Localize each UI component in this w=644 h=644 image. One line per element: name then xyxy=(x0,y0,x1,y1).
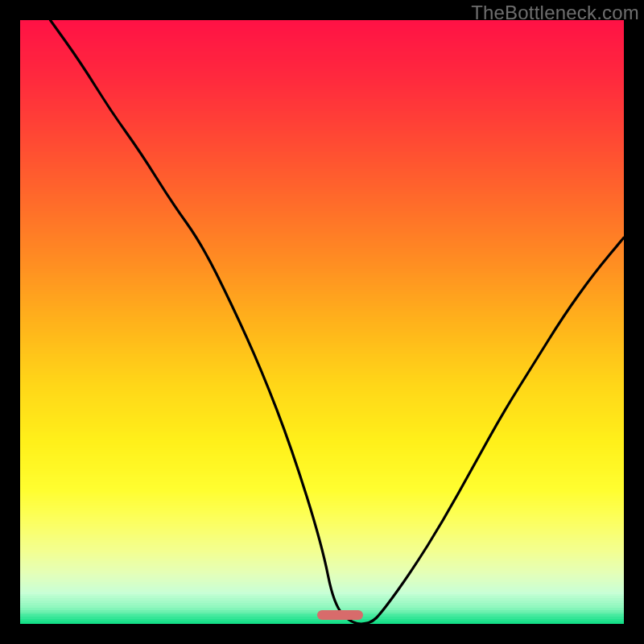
optimal-zone-marker xyxy=(317,610,362,620)
chart-frame: TheBottleneck.com xyxy=(0,0,644,644)
bottleneck-curve xyxy=(20,20,624,624)
watermark-text: TheBottleneck.com xyxy=(471,2,639,24)
plot-area xyxy=(20,20,624,624)
